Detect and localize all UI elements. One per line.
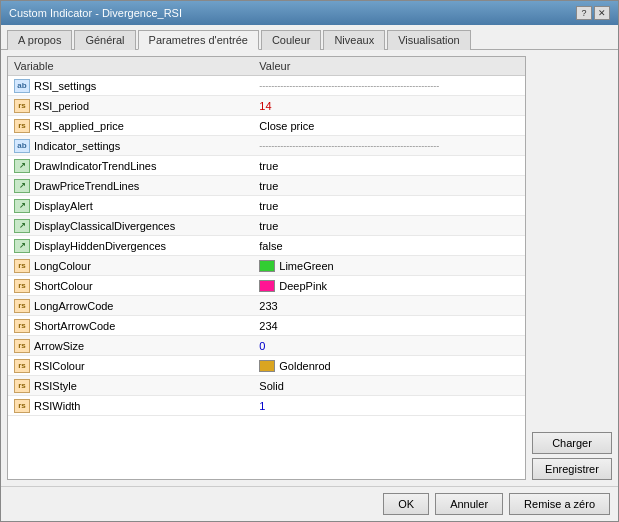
table-row[interactable]: ↗DrawPriceTrendLinestrue	[8, 176, 525, 196]
rs-type-icon: rs	[14, 359, 30, 373]
value-text: false	[259, 240, 282, 252]
variable-name: DisplayHiddenDivergences	[34, 240, 166, 252]
table-row[interactable]: rsLongArrowCode233	[8, 296, 525, 316]
value-text: DeepPink	[279, 280, 327, 292]
value-text: 1	[259, 400, 265, 412]
rs-type-icon: rs	[14, 119, 30, 133]
tab-general[interactable]: Général	[74, 30, 135, 50]
variable-name: DisplayAlert	[34, 200, 93, 212]
value-text: 0	[259, 340, 265, 352]
rs-type-icon: rs	[14, 259, 30, 273]
value-text: 233	[259, 300, 277, 312]
parameters-table-container: Variable Valeur abRSI_settings----------…	[7, 56, 526, 480]
close-button[interactable]: ✕	[594, 6, 610, 20]
main-window: Custom Indicator - Divergence_RSI ? ✕ A …	[0, 0, 619, 522]
arrow-type-icon: ↗	[14, 179, 30, 193]
value-text: 234	[259, 320, 277, 332]
load-button[interactable]: Charger	[532, 432, 612, 454]
variable-name: DrawIndicatorTrendLines	[34, 160, 156, 172]
variable-name: RSI_period	[34, 100, 89, 112]
table-row[interactable]: rsRSIWidth1	[8, 396, 525, 416]
variable-name: ShortColour	[34, 280, 93, 292]
reset-button[interactable]: Remise a zéro	[509, 493, 610, 515]
table-row[interactable]: rsLongColourLimeGreen	[8, 256, 525, 276]
bottom-bar: OK Annuler Remise a zéro	[1, 486, 618, 521]
variable-name: Indicator_settings	[34, 140, 120, 152]
ab-type-icon: ab	[14, 79, 30, 93]
value-text: true	[259, 160, 278, 172]
rs-type-icon: rs	[14, 299, 30, 313]
tab-couleur[interactable]: Couleur	[261, 30, 322, 50]
color-swatch	[259, 280, 275, 292]
value-text: 14	[259, 100, 271, 112]
window-title: Custom Indicator - Divergence_RSI	[9, 7, 182, 19]
table-row[interactable]: abRSI_settings--------------------------…	[8, 76, 525, 96]
table-row[interactable]: ↗DisplayHiddenDivergencesfalse	[8, 236, 525, 256]
side-buttons-panel: Charger Enregistrer	[532, 56, 612, 480]
tab-content: Variable Valeur abRSI_settings----------…	[1, 50, 618, 486]
table-row[interactable]: ↗DisplayAlerttrue	[8, 196, 525, 216]
color-swatch	[259, 260, 275, 272]
rs-type-icon: rs	[14, 319, 30, 333]
table-row[interactable]: ↗DisplayClassicalDivergencestrue	[8, 216, 525, 236]
variable-name: RSIColour	[34, 360, 85, 372]
table-row[interactable]: rsRSIColourGoldenrod	[8, 356, 525, 376]
variable-name: LongArrowCode	[34, 300, 114, 312]
variable-name: ArrowSize	[34, 340, 84, 352]
table-row[interactable]: rsRSIStyleSolid	[8, 376, 525, 396]
parameters-table: Variable Valeur abRSI_settings----------…	[8, 57, 525, 416]
tab-niveaux[interactable]: Niveaux	[323, 30, 385, 50]
value-text: true	[259, 220, 278, 232]
cancel-button[interactable]: Annuler	[435, 493, 503, 515]
variable-name: DisplayClassicalDivergences	[34, 220, 175, 232]
rs-type-icon: rs	[14, 379, 30, 393]
rs-type-icon: rs	[14, 279, 30, 293]
tab-bar: A propos Général Parametres d'entrée Cou…	[1, 25, 618, 50]
value-text: LimeGreen	[279, 260, 333, 272]
table-row[interactable]: rsShortColourDeepPink	[8, 276, 525, 296]
value-text: Close price	[259, 120, 314, 132]
ab-type-icon: ab	[14, 139, 30, 153]
variable-name: RSIStyle	[34, 380, 77, 392]
variable-name: LongColour	[34, 260, 91, 272]
title-bar-buttons: ? ✕	[576, 6, 610, 20]
col-value-header: Valeur	[253, 57, 525, 76]
tab-apropos[interactable]: A propos	[7, 30, 72, 50]
ok-button[interactable]: OK	[383, 493, 429, 515]
value-text: ----------------------------------------…	[259, 81, 439, 91]
tab-parametres[interactable]: Parametres d'entrée	[138, 30, 259, 50]
tab-visualisation[interactable]: Visualisation	[387, 30, 471, 50]
rs-type-icon: rs	[14, 99, 30, 113]
variable-name: DrawPriceTrendLines	[34, 180, 139, 192]
color-swatch	[259, 360, 275, 372]
save-button[interactable]: Enregistrer	[532, 458, 612, 480]
value-text: true	[259, 180, 278, 192]
table-row[interactable]: rsArrowSize0	[8, 336, 525, 356]
rs-type-icon: rs	[14, 399, 30, 413]
arrow-type-icon: ↗	[14, 199, 30, 213]
table-row[interactable]: rsRSI_period14	[8, 96, 525, 116]
variable-name: RSIWidth	[34, 400, 80, 412]
value-text: Solid	[259, 380, 283, 392]
variable-name: ShortArrowCode	[34, 320, 115, 332]
variable-name: RSI_settings	[34, 80, 96, 92]
table-row[interactable]: rsShortArrowCode234	[8, 316, 525, 336]
table-row[interactable]: ↗DrawIndicatorTrendLinestrue	[8, 156, 525, 176]
arrow-type-icon: ↗	[14, 239, 30, 253]
value-text: true	[259, 200, 278, 212]
table-row[interactable]: rsRSI_applied_priceClose price	[8, 116, 525, 136]
arrow-type-icon: ↗	[14, 219, 30, 233]
table-row[interactable]: abIndicator_settings--------------------…	[8, 136, 525, 156]
col-variable-header: Variable	[8, 57, 253, 76]
title-bar: Custom Indicator - Divergence_RSI ? ✕	[1, 1, 618, 25]
value-text: Goldenrod	[279, 360, 330, 372]
value-text: ----------------------------------------…	[259, 141, 439, 151]
variable-name: RSI_applied_price	[34, 120, 124, 132]
table-header-row: Variable Valeur	[8, 57, 525, 76]
arrow-type-icon: ↗	[14, 159, 30, 173]
help-button[interactable]: ?	[576, 6, 592, 20]
rs-type-icon: rs	[14, 339, 30, 353]
